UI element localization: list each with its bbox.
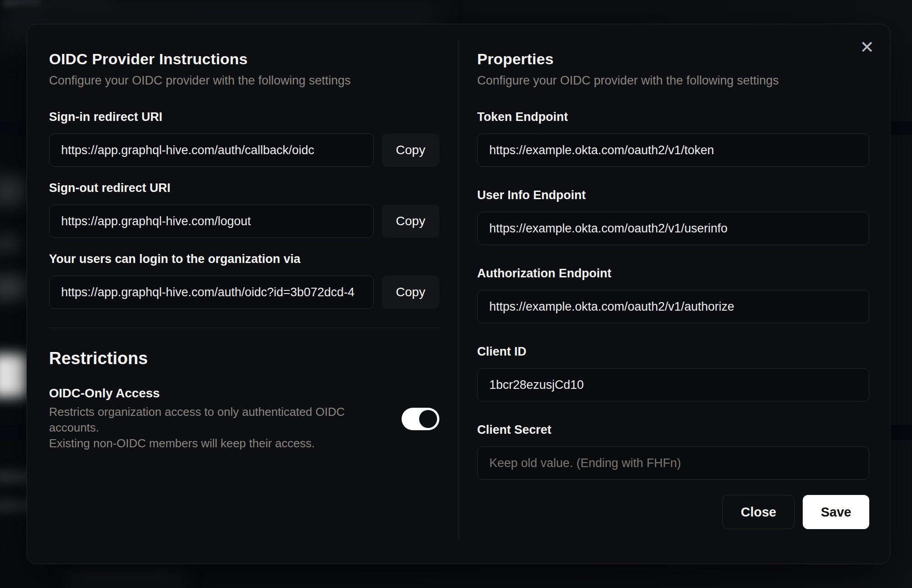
signout-redirect-uri-label: Sign-out redirect URI xyxy=(49,180,439,196)
oidc-settings-dialog: ✕ OIDC Provider Instructions Configure y… xyxy=(27,24,890,564)
signin-redirect-uri-row: Copy xyxy=(49,134,439,167)
login-url-row: Copy xyxy=(49,276,439,309)
userinfo-endpoint-input[interactable] xyxy=(477,212,869,245)
client-id-label: Client ID xyxy=(477,344,869,359)
copy-signout-uri-button[interactable]: Copy xyxy=(382,205,439,238)
dialog-actions: Close Save xyxy=(477,495,869,529)
signout-redirect-uri-row: Copy xyxy=(49,205,439,238)
client-secret-input[interactable] xyxy=(477,446,869,480)
login-url-input[interactable] xyxy=(49,276,374,309)
instructions-column: OIDC Provider Instructions Configure you… xyxy=(49,24,439,451)
properties-column: Properties Configure your OIDC provider … xyxy=(477,24,869,529)
oidc-only-access-toggle[interactable] xyxy=(402,408,439,430)
authorization-endpoint-input[interactable] xyxy=(477,290,869,323)
client-id-row xyxy=(477,368,869,401)
restrictions-title: Restrictions xyxy=(49,349,439,368)
authorization-endpoint-row xyxy=(477,290,869,323)
page-background: { "modal": { "close_icon": "✕", "left": … xyxy=(0,0,912,588)
client-secret-row xyxy=(477,446,869,480)
copy-signin-uri-button[interactable]: Copy xyxy=(382,134,439,167)
signin-redirect-uri-label: Sign-in redirect URI xyxy=(49,109,439,125)
oidc-only-access-text: OIDC-Only Access Restricts organization … xyxy=(49,386,388,451)
token-endpoint-label: Token Endpoint xyxy=(477,109,869,125)
properties-title: Properties xyxy=(477,50,869,68)
column-divider xyxy=(459,39,459,540)
client-secret-label: Client Secret xyxy=(477,422,869,437)
close-button[interactable]: Close xyxy=(722,495,795,529)
copy-login-url-button[interactable]: Copy xyxy=(382,276,439,309)
description-line: Existing non-OIDC members will keep thei… xyxy=(49,436,388,451)
authorization-endpoint-label: Authorization Endpoint xyxy=(477,266,869,281)
oidc-only-access-description: Restricts organization access to only au… xyxy=(49,404,388,451)
background-blur-artifact xyxy=(0,275,27,300)
client-id-input[interactable] xyxy=(477,368,869,401)
toggle-knob xyxy=(419,410,437,428)
signin-redirect-uri-input[interactable] xyxy=(49,134,374,167)
userinfo-endpoint-label: User Info Endpoint xyxy=(477,187,869,203)
instructions-subtitle: Configure your OIDC provider with the fo… xyxy=(49,74,439,88)
description-line: Restricts organization access to only au… xyxy=(49,404,388,436)
background-blur-artifact xyxy=(67,567,184,588)
signout-redirect-uri-input[interactable] xyxy=(49,205,374,238)
token-endpoint-input[interactable] xyxy=(477,134,869,167)
login-url-label: Your users can login to the organization… xyxy=(49,251,439,267)
oidc-only-access-row: OIDC-Only Access Restricts organization … xyxy=(49,386,439,451)
properties-subtitle: Configure your OIDC provider with the fo… xyxy=(477,74,869,88)
background-blur-artifact xyxy=(0,176,26,206)
background-blur-artifact xyxy=(0,234,22,254)
save-button[interactable]: Save xyxy=(803,495,869,529)
background-blur-artifact xyxy=(0,354,27,397)
restrictions-divider xyxy=(49,328,439,328)
oidc-only-access-label: OIDC-Only Access xyxy=(49,386,388,401)
token-endpoint-row xyxy=(477,134,869,167)
instructions-title: OIDC Provider Instructions xyxy=(49,50,439,68)
userinfo-endpoint-row xyxy=(477,212,869,245)
